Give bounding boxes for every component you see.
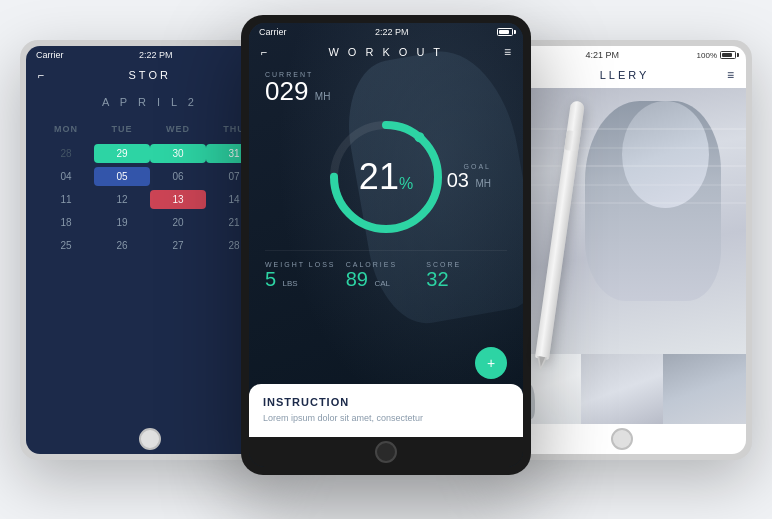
current-value: 029 <box>265 76 308 106</box>
cal-day-04[interactable]: 04 <box>38 167 94 186</box>
calories-unit: CAL <box>374 279 390 288</box>
stripe-2 <box>498 147 746 149</box>
calendar-week-4: 18 19 20 21 <box>38 213 262 232</box>
menu-icon-right: ≡ <box>727 68 734 82</box>
weekday-tue: TUE <box>94 120 150 140</box>
gallery-portrait-bg <box>498 88 746 354</box>
status-bar-right: 4:21 PM 100% <box>498 46 746 64</box>
calendar-weekdays: MON TUE WED THU <box>38 120 262 140</box>
weight-loss-unit: LBS <box>283 279 298 288</box>
progress-sign: % <box>399 175 413 192</box>
menu-icon-center: ≡ <box>504 45 511 59</box>
home-button-center[interactable] <box>375 441 397 463</box>
calendar-month: A P R I L 2 <box>36 96 264 108</box>
stripe-5 <box>498 202 746 204</box>
workout-stats: WEIGHT LOSS 5 LBS CALORIES 89 CAL SCORE <box>265 261 507 291</box>
time-center: 2:22 PM <box>375 27 409 37</box>
score-label: SCORE <box>426 261 507 268</box>
gallery-title: LLERY <box>600 69 650 81</box>
stat-score: SCORE 32 <box>426 261 507 291</box>
back-icon-center: ⌐ <box>261 46 267 58</box>
progress-circle-container: 21% GOAL 03 MH <box>265 112 507 242</box>
battery-pct-right: 100% <box>697 51 717 60</box>
workout-current-section: CURRENT 029 MH <box>265 71 507 104</box>
time-right: 4:21 PM <box>586 50 620 60</box>
instruction-action-button[interactable]: + <box>475 347 507 379</box>
current-value-row: 029 MH <box>265 78 507 104</box>
calendar-content: A P R I L 2 MON TUE WED THU 28 29 30 31 … <box>26 88 274 424</box>
progress-percent: 21 <box>359 156 399 197</box>
gallery-thumb-3[interactable] <box>663 354 746 424</box>
workout-content: CURRENT 029 MH 21% GOA <box>249 65 523 376</box>
weekday-mon: MON <box>38 120 94 140</box>
calendar-week-5: 25 26 27 28 <box>38 236 262 255</box>
battery-icon-center <box>497 28 513 36</box>
cal-day-18[interactable]: 18 <box>38 213 94 232</box>
stat-calories: CALORIES 89 CAL <box>346 261 427 291</box>
calories-label: CALORIES <box>346 261 427 268</box>
cal-day-29[interactable]: 29 <box>94 144 150 163</box>
cal-day-13[interactable]: 13 <box>150 190 206 209</box>
score-value: 32 <box>426 268 448 290</box>
time-left: 2:22 PM <box>139 50 173 60</box>
gallery-content <box>498 88 746 424</box>
workout-header: ⌐ W O R K O U T ≡ <box>249 41 523 65</box>
status-icons-right: 100% <box>697 51 736 60</box>
score-value-row: 32 <box>426 268 507 291</box>
weight-loss-label: WEIGHT LOSS <box>265 261 346 268</box>
calories-value: 89 <box>346 268 368 290</box>
home-button-left[interactable] <box>139 428 161 450</box>
cal-day-20[interactable]: 20 <box>150 213 206 232</box>
calories-value-row: 89 CAL <box>346 268 427 291</box>
back-icon-left: ⌐ <box>38 69 44 81</box>
gallery-main-image[interactable] <box>498 88 746 354</box>
instruction-wrapper: INSTRUCTION Lorem ipsum dolor sit amet, … <box>249 376 523 437</box>
calendar-week-2: 04 05 06 07 <box>38 167 262 186</box>
stripe-3 <box>498 165 746 167</box>
calendar-header: ⌐ STOR ≡ <box>26 64 274 88</box>
carrier-center: Carrier <box>259 27 287 37</box>
status-icons-center <box>497 28 513 36</box>
home-button-center-container <box>249 437 523 467</box>
stripe-4 <box>498 184 746 186</box>
current-unit: MH <box>315 91 331 102</box>
plus-icon: + <box>487 355 495 371</box>
stripe-1 <box>498 128 746 130</box>
cal-day-26[interactable]: 26 <box>94 236 150 255</box>
cal-day-12[interactable]: 12 <box>94 190 150 209</box>
gallery-header: LLERY ≡ <box>498 64 746 88</box>
battery-icon-right <box>720 51 736 59</box>
cal-day-05[interactable]: 05 <box>94 167 150 186</box>
weight-loss-value-row: 5 LBS <box>265 268 346 291</box>
cal-day-27[interactable]: 27 <box>150 236 206 255</box>
carrier-left: Carrier <box>36 50 64 60</box>
home-button-left-container <box>26 424 274 454</box>
cal-day-28-prev[interactable]: 28 <box>38 144 94 163</box>
status-bar-center: Carrier 2:22 PM <box>249 23 523 41</box>
thumb-3-bg <box>663 354 746 424</box>
weekday-wed: WED <box>150 120 206 140</box>
goal-value-row: 03 MH <box>447 170 491 191</box>
calendar-grid: MON TUE WED THU 28 29 30 31 04 05 06 07 <box>36 118 264 261</box>
right-ipad: 4:21 PM 100% LLERY ≡ <box>492 40 752 460</box>
instruction-panel: INSTRUCTION Lorem ipsum dolor sit amet, … <box>249 384 523 437</box>
workout-goal-section: GOAL 03 MH <box>447 163 491 191</box>
cal-day-30[interactable]: 30 <box>150 144 206 163</box>
cal-day-19[interactable]: 19 <box>94 213 150 232</box>
cal-day-11[interactable]: 11 <box>38 190 94 209</box>
status-bar-left: Carrier 2:22 PM <box>26 46 274 64</box>
instruction-title: INSTRUCTION <box>263 396 509 408</box>
calendar-title: STOR <box>129 69 171 81</box>
cal-day-25[interactable]: 25 <box>38 236 94 255</box>
thumb-2-bg <box>581 354 664 424</box>
divider-1 <box>265 250 507 251</box>
circle-inner-text: 21% <box>359 159 413 195</box>
gallery-thumb-2[interactable] <box>581 354 664 424</box>
cal-day-06[interactable]: 06 <box>150 167 206 186</box>
goal-value: 03 <box>447 169 469 191</box>
calendar-week-1: 28 29 30 31 <box>38 144 262 163</box>
goal-unit: MH <box>475 178 491 189</box>
home-button-right[interactable] <box>611 428 633 450</box>
calendar-week-3: 11 12 13 14 <box>38 190 262 209</box>
stat-weight-loss: WEIGHT LOSS 5 LBS <box>265 261 346 291</box>
